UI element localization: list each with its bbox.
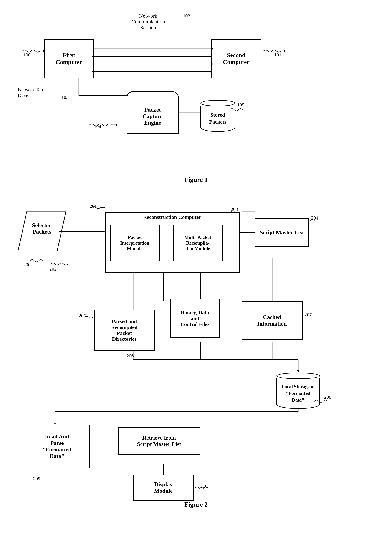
read-parse-box: Read AndParse"FormattedData" [24, 425, 90, 468]
ref-206: 206 [127, 353, 134, 359]
ref-207: 207 [305, 312, 312, 317]
svg-marker-3 [211, 48, 214, 50]
arrow-208-wavy [313, 399, 331, 404]
ref-203: 203 [231, 207, 238, 212]
multi-packet-box: Multi-PacketRecompila-tion Module [173, 225, 223, 261]
figure1-container: NetworkCommunicationSession 102 FirstCom… [12, 9, 381, 171]
figure1-label: Figure 1 [9, 176, 383, 183]
arrow-210-wavy [194, 486, 209, 491]
cached-info-box: CachedInformation [242, 301, 303, 340]
binary-data-box: Binary, DataandControl Files [170, 299, 220, 338]
packet-interp-box: PacketInterpretationModule [110, 225, 160, 261]
script-master-box: Script Master List [255, 218, 309, 247]
parsed-recompiled-box: Parsed andRecompiledPacketDirectories [94, 310, 155, 351]
svg-marker-22 [103, 230, 105, 232]
stored-packets-cylinder: StoredPackets [201, 100, 235, 132]
network-tap-label: Network Tap Device [18, 87, 57, 98]
arrow-104 [88, 122, 131, 128]
arrow-105-ref [229, 106, 250, 113]
section-divider [12, 190, 381, 190]
arrow-205-wavy [83, 315, 96, 319]
ref-209: 209 [33, 476, 40, 481]
retrieve-box: Retrieve fromScript Master List [118, 427, 201, 455]
svg-marker-34 [163, 299, 165, 301]
ref-201: 201 [90, 203, 97, 209]
svg-marker-48 [54, 423, 56, 425]
ref-103: 103 [61, 94, 69, 100]
svg-marker-15 [116, 124, 118, 126]
svg-marker-7 [211, 63, 214, 65]
reconstruction-label: Reconstruction Computer [106, 213, 239, 221]
svg-marker-5 [92, 55, 94, 58]
figure2-container: Selected Packets 200 [12, 194, 381, 499]
figure2-label: Figure 2 [9, 501, 383, 508]
display-module-box: DisplayModule [133, 475, 194, 501]
reconstruction-computer-box: Reconstruction Computer PacketInterpreta… [105, 212, 240, 273]
svg-marker-41 [297, 370, 299, 373]
svg-marker-9 [92, 71, 94, 73]
fig1-arrows [12, 9, 381, 171]
ref-202: 202 [50, 266, 57, 272]
